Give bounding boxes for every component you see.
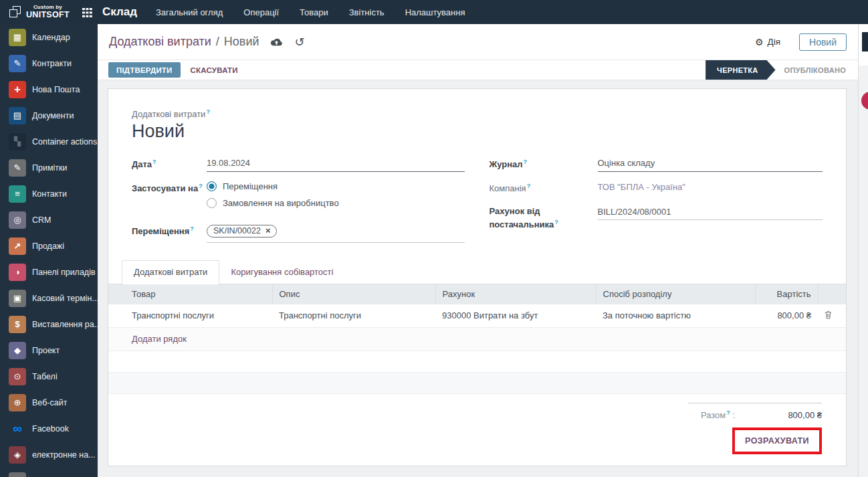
cell-split-method[interactable]: За поточною вартістю: [596, 304, 755, 328]
table-row: Транспортні послуги Транспортні послуги …: [108, 304, 847, 328]
compute-button[interactable]: РОЗРАХУВАТИ: [735, 430, 819, 452]
unitsoft-logo[interactable]: Custom by UNITSOFT: [0, 5, 75, 19]
sidebar-item-timesheets[interactable]: ⊙ Табелі: [0, 363, 98, 389]
breadcrumb-bar: Додаткові витрати / Новий ↺ ⚙ Дія Новий: [98, 24, 858, 60]
date-field[interactable]: 19.08.2024: [207, 157, 465, 171]
journal-field[interactable]: Оцінка складу: [598, 157, 823, 171]
delete-row-trash-icon[interactable]: [825, 310, 832, 321]
radio-unselected-icon: [207, 198, 217, 208]
logo-unitsoft: UNITSOFT: [26, 11, 70, 19]
record-title[interactable]: Новий: [132, 121, 823, 142]
radio-transfers[interactable]: Переміщення: [207, 181, 339, 191]
state-published[interactable]: ОПУБЛІКОВАНО: [784, 66, 846, 74]
sheet-model-label: Додаткові витрати: [132, 109, 205, 119]
sidebar-item-invoicing[interactable]: $ Виставлення ра...: [0, 311, 98, 337]
calendar-icon: ▦: [9, 29, 26, 46]
date-label: Дата: [132, 160, 152, 170]
sidebar-item-website[interactable]: ⊕ Веб-сайт: [0, 389, 98, 415]
sidebar-item-documents[interactable]: ▤ Документи: [0, 102, 98, 128]
tab-valuation-adjustments[interactable]: Коригування собівартості: [219, 261, 344, 284]
pos-terminal-icon: ▣: [9, 290, 26, 307]
sidebar-item-dashboards[interactable]: ◑ Панелі приладів: [0, 259, 98, 285]
menu-item-settings[interactable]: Налаштування: [405, 7, 465, 17]
vendor-bill-field[interactable]: BILL/2024/08/0001: [598, 205, 823, 220]
tag-remove-icon[interactable]: ×: [265, 226, 271, 235]
sidebar-item-elearning[interactable]: ◈ електронне на...: [0, 442, 98, 468]
new-record-button[interactable]: Новий: [799, 33, 847, 51]
sidebar-item-notes[interactable]: ✎ Примітки: [0, 155, 98, 181]
col-header-description[interactable]: Опис: [272, 284, 435, 304]
cell-account[interactable]: 930000 Витрати на збут: [435, 304, 596, 328]
statusbar-states: ЧЕРНЕТКА ОПУБЛІКОВАНО: [706, 60, 858, 80]
sidebar-item-facebook[interactable]: ∞ Facebook: [0, 415, 98, 442]
project-icon: ◆: [9, 342, 26, 359]
top-navbar: Custom by UNITSOFT Склад Загальний огляд…: [0, 0, 868, 24]
app-name[interactable]: Склад: [102, 5, 137, 19]
menu-item-products[interactable]: Товари: [300, 7, 328, 17]
tab-landed-costs[interactable]: Додаткові витрати: [122, 260, 219, 284]
confirm-button[interactable]: ПІДТВЕРДИТИ: [108, 62, 181, 78]
journal-label: Журнал: [490, 160, 523, 170]
sidebar-item-crm[interactable]: ◎ CRM: [0, 207, 98, 233]
unitsoft-squares-icon: [9, 6, 21, 17]
menu-item-reporting[interactable]: Звітність: [349, 7, 385, 17]
sidebar-item-contracts[interactable]: ✎ Контракти: [0, 50, 98, 76]
sidebar-item-container-actions[interactable]: ▚ Container actions: [0, 128, 98, 155]
container-actions-icon: ▚: [9, 133, 26, 151]
total-divider: [688, 403, 822, 403]
apps-grid-icon[interactable]: [82, 7, 92, 17]
state-draft-pill[interactable]: ЧЕРНЕТКА: [706, 60, 775, 80]
sidebar-item-sales[interactable]: ↗ Продажі: [0, 233, 98, 259]
menu-item-overview[interactable]: Загальний огляд: [156, 7, 223, 17]
sidebar-item-pos[interactable]: ▣ Касовий термін...: [0, 285, 98, 311]
gear-icon: ⚙: [755, 37, 764, 47]
sidebar-item-nova-poshta[interactable]: + Нова Пошта: [0, 76, 98, 102]
col-header-split-method[interactable]: Спосіб розподілу: [596, 284, 755, 304]
documents-icon: ▤: [9, 107, 26, 124]
col-header-actions: [818, 284, 847, 304]
breadcrumb-parent[interactable]: Додаткові витрати: [109, 35, 211, 49]
main-panel: Додаткові витрати / Новий ↺ ⚙ Дія Новий …: [98, 24, 858, 477]
transfers-field[interactable]: SK/IN/00022 ×: [207, 223, 465, 243]
contracts-icon: ✎: [9, 55, 26, 72]
cell-description[interactable]: Транспортні послуги: [272, 304, 435, 328]
crm-icon: ◎: [9, 211, 26, 229]
radio-manufacturing-order[interactable]: Замовлення на виробництво: [207, 198, 339, 208]
empty-row: [108, 373, 846, 394]
sidebar-item-project[interactable]: ◆ Проект: [0, 337, 98, 363]
elearning-icon: ◈: [9, 446, 26, 464]
discard-undo-icon[interactable]: ↺: [295, 36, 305, 48]
breadcrumb: Додаткові витрати / Новий: [109, 35, 259, 49]
action-menu-button[interactable]: ⚙ Дія: [755, 37, 780, 47]
transfers-label: Переміщення: [132, 226, 189, 236]
total-label: Разом: [701, 410, 726, 420]
company-field-link[interactable]: ТОВ "БПЛА - Україна": [598, 181, 823, 195]
notification-dot: [861, 92, 868, 110]
col-header-cost[interactable]: Вартість: [755, 284, 818, 304]
edge-dark-block: [862, 32, 868, 52]
sidebar-item-contacts[interactable]: ≡ Контакти: [0, 181, 98, 207]
save-cloud-icon[interactable]: [270, 37, 283, 47]
sidebar-item-calendar[interactable]: ▦ Календар: [0, 24, 98, 50]
invoicing-icon: $: [9, 316, 26, 333]
apply-on-label: Застосувати на: [132, 183, 198, 193]
nova-poshta-icon: +: [9, 81, 26, 98]
transfer-tag[interactable]: SK/IN/00022 ×: [207, 225, 277, 237]
col-header-product[interactable]: Товар: [108, 284, 272, 304]
cell-cost[interactable]: 800,00 ₴: [755, 304, 818, 328]
breadcrumb-current: Новий: [224, 35, 259, 49]
cancel-button[interactable]: СКАСУВАТИ: [191, 66, 238, 74]
sidebar-item-email-marketing[interactable]: ✉ Email-маркетинг: [0, 468, 98, 477]
menu-item-operations[interactable]: Операції: [243, 7, 279, 17]
facebook-meta-icon: ∞: [9, 420, 26, 438]
col-header-account[interactable]: Рахунок: [435, 284, 596, 304]
total-value: 800,00 ₴: [763, 410, 822, 420]
breadcrumb-separator: /: [216, 35, 219, 49]
timesheets-icon: ⊙: [9, 368, 26, 385]
status-bar: ПІДТВЕРДИТИ СКАСУВАТИ ЧЕРНЕТКА ОПУБЛІКОВ…: [98, 60, 858, 80]
add-row-link[interactable]: Додати рядок: [108, 328, 846, 351]
empty-row: [108, 351, 846, 373]
cell-product[interactable]: Транспортні послуги: [108, 304, 272, 328]
app-sidebar: ▦ Календар ✎ Контракти + Нова Пошта ▤ До…: [0, 24, 98, 477]
company-label: Компанія: [490, 183, 526, 193]
